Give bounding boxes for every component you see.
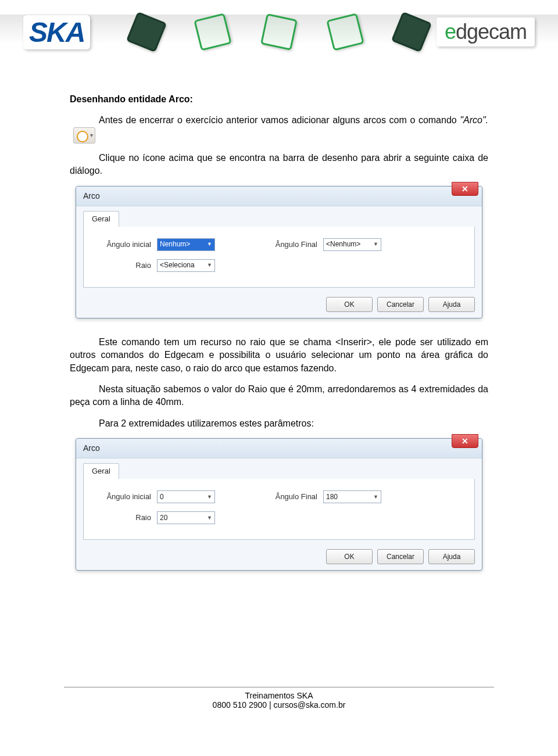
arc-dialog-1: Arco ✕ Geral Ângulo inicial Nenhum>▼ Rai… bbox=[76, 186, 482, 318]
paragraph-3: Este comando tem um recurso no raio que … bbox=[70, 336, 488, 375]
cancel-button[interactable]: Cancelar bbox=[377, 549, 424, 564]
paragraph-1: Antes de encerrar o exercício anterior v… bbox=[70, 114, 488, 143]
help-button[interactable]: Ajuda bbox=[428, 297, 475, 312]
tab-geral[interactable]: Geral bbox=[83, 211, 119, 227]
close-button[interactable]: ✕ bbox=[452, 182, 478, 196]
footer-line-2: 0800 510 2900 | cursos@ska.com.br bbox=[0, 700, 558, 710]
chevron-down-icon: ▼ bbox=[207, 261, 212, 269]
page-footer: Treinamentos SKA 0800 510 2900 | cursos@… bbox=[0, 687, 558, 710]
help-button[interactable]: Ajuda bbox=[428, 549, 475, 564]
angulo-final-label: Ângulo Final bbox=[262, 492, 317, 502]
angulo-final-label: Ângulo Final bbox=[262, 239, 317, 250]
angulo-inicial-label: Ângulo inicial bbox=[95, 492, 151, 502]
angulo-final-input[interactable]: 180▼ bbox=[323, 490, 381, 503]
angulo-inicial-input[interactable]: Nenhum>▼ bbox=[157, 238, 215, 251]
tab-geral[interactable]: Geral bbox=[83, 463, 119, 479]
chevron-down-icon: ▼ bbox=[373, 241, 378, 248]
footer-line-1: Treinamentos SKA bbox=[0, 691, 558, 700]
raio-input[interactable]: 20▼ bbox=[157, 511, 215, 524]
angulo-inicial-label: Ângulo inicial bbox=[95, 239, 151, 250]
chevron-down-icon: ▼ bbox=[373, 493, 378, 501]
close-button[interactable]: ✕ bbox=[452, 434, 478, 448]
ska-logo: SKA bbox=[23, 15, 90, 49]
section-title: Desenhando entidade Arco: bbox=[70, 93, 488, 106]
chevron-down-icon: ▼ bbox=[207, 241, 212, 248]
paragraph-5: Para 2 extremidades utilizaremos estes p… bbox=[70, 417, 488, 430]
cancel-button[interactable]: Cancelar bbox=[377, 297, 424, 312]
dialog-title: Arco bbox=[83, 443, 100, 453]
raio-label: Raio bbox=[95, 513, 151, 523]
arc-tool-icon bbox=[73, 127, 95, 144]
ok-button[interactable]: OK bbox=[326, 297, 373, 312]
edgecam-logo: edgecam bbox=[437, 17, 535, 46]
raio-input[interactable]: <Seleciona▼ bbox=[157, 259, 215, 272]
angulo-final-input[interactable]: <Nenhum>▼ bbox=[323, 238, 381, 251]
paragraph-2: Clique no ícone acima que se encontra na… bbox=[70, 152, 488, 178]
raio-label: Raio bbox=[95, 260, 151, 271]
dialog-titlebar: Arco ✕ bbox=[76, 439, 482, 458]
arc-dialog-2: Arco ✕ Geral Ângulo inicial 0▼ Raio bbox=[76, 438, 482, 571]
paragraph-4: Nesta situação sabemos o valor do Raio q… bbox=[70, 383, 488, 409]
dialog-title: Arco bbox=[83, 191, 100, 200]
page-header: SKA edgecam bbox=[0, 0, 558, 64]
ok-button[interactable]: OK bbox=[326, 549, 373, 564]
chevron-down-icon: ▼ bbox=[207, 493, 212, 501]
angulo-inicial-input[interactable]: 0▼ bbox=[157, 490, 215, 503]
chevron-down-icon: ▼ bbox=[207, 514, 212, 522]
dialog-titlebar: Arco ✕ bbox=[76, 187, 482, 206]
